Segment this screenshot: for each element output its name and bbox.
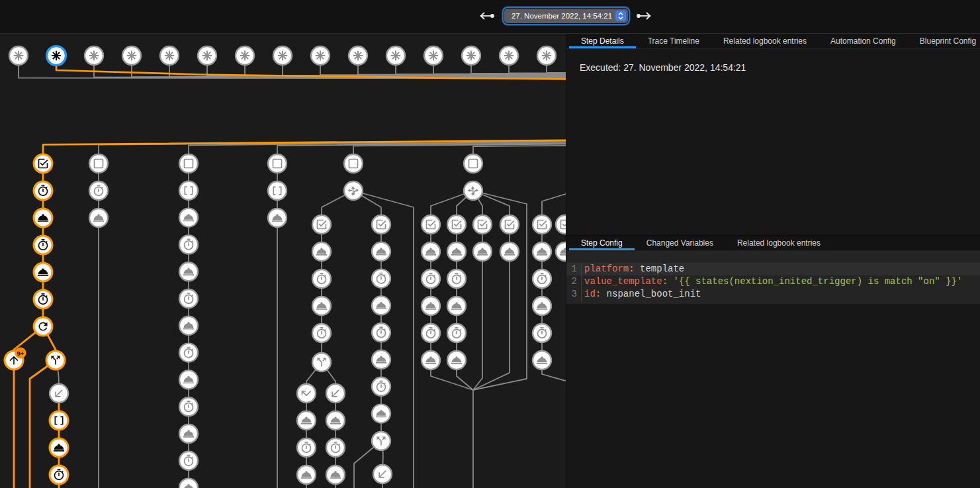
svg-text:9+: 9+ bbox=[17, 350, 24, 357]
